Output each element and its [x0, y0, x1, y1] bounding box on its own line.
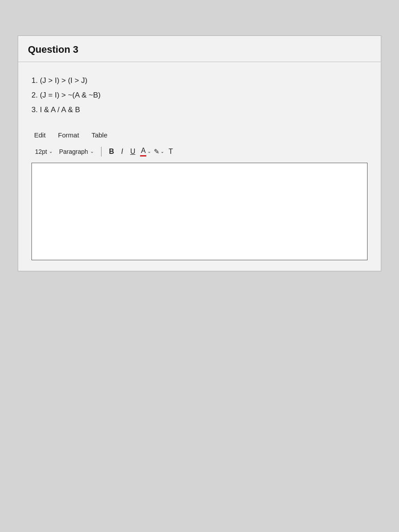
underline-button[interactable]: U	[128, 147, 138, 156]
font-size-value: 12pt	[35, 148, 47, 155]
pencil-icon: ✎	[154, 148, 160, 156]
font-color-chevron-icon: ⌄	[147, 149, 151, 154]
italic-button[interactable]: I	[119, 147, 125, 156]
bold-button[interactable]: B	[107, 147, 117, 156]
highlight-chevron-icon: ⌄	[160, 149, 164, 154]
font-color-button[interactable]: A ⌄	[140, 147, 151, 156]
highlight-button[interactable]: ✎ ⌄	[154, 148, 164, 156]
paragraph-chevron-icon: ⌄	[90, 149, 94, 154]
editor-menu-bar: Edit Format Table	[31, 130, 368, 140]
font-size-chevron-icon: ⌄	[49, 149, 53, 154]
menu-edit[interactable]: Edit	[32, 130, 47, 140]
question-lines: 1. (J > I) > (I > J) 2. (J = I) > ~(A & …	[31, 74, 368, 116]
question-header: Question 3	[18, 36, 381, 62]
main-container: Question 3 1. (J > I) > (I > J) 2. (J = …	[18, 35, 381, 271]
question-line-1: 1. (J > I) > (I > J)	[31, 74, 368, 86]
font-color-a-icon: A	[140, 147, 146, 156]
font-color-underline	[140, 155, 146, 156]
question-title: Question 3	[28, 44, 78, 55]
menu-table[interactable]: Table	[90, 130, 109, 140]
paragraph-style-select[interactable]: Paragraph ⌄	[57, 147, 95, 156]
question-line-3: 3. I & A / A & B	[31, 104, 368, 116]
question-line-2: 2. (J = I) > ~(A & ~B)	[31, 89, 368, 101]
question-content: 1. (J > I) > (I > J) 2. (J = I) > ~(A & …	[18, 62, 381, 271]
editor-toolbar: 12pt ⌄ Paragraph ⌄ B I U	[31, 144, 368, 159]
toolbar-divider	[101, 147, 102, 156]
paragraph-style-value: Paragraph	[59, 148, 88, 155]
page-background: Question 3 1. (J > I) > (I > J) 2. (J = …	[0, 0, 399, 532]
answer-input-area[interactable]	[31, 163, 368, 260]
text-format-button[interactable]: T	[167, 147, 175, 156]
font-size-select[interactable]: 12pt ⌄	[33, 147, 55, 156]
menu-format[interactable]: Format	[56, 130, 81, 140]
